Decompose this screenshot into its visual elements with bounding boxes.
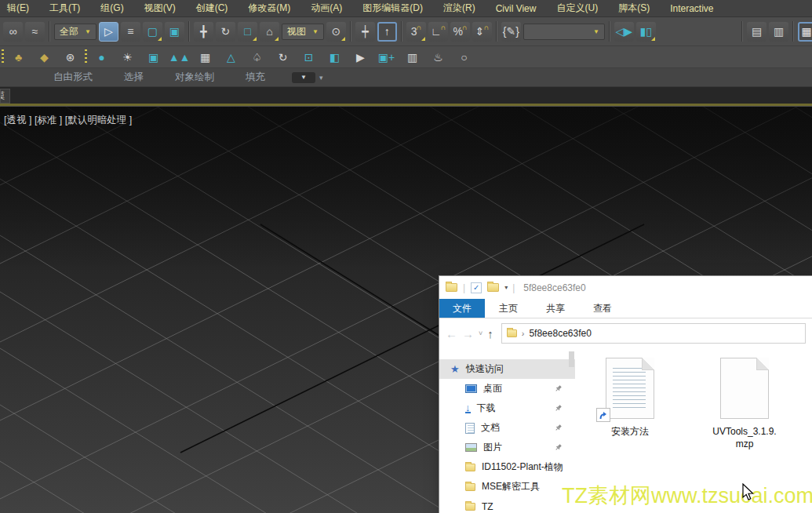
sidebar-item-desktop[interactable]: 桌面 bbox=[439, 379, 575, 398]
sidebar-item-tz[interactable]: TZ bbox=[439, 497, 575, 513]
camera-icon[interactable]: ▣ bbox=[142, 48, 165, 66]
forest-trees-icon[interactable]: ▲▲ bbox=[168, 48, 191, 66]
toolbar-right-group: ▤ ▥ ▦ bbox=[740, 21, 809, 42]
named-selection-field[interactable]: ▼ bbox=[523, 24, 605, 40]
sidebar-item-quick-access[interactable]: ★ 快速访问 bbox=[439, 359, 575, 379]
align-button[interactable]: ▮▯ bbox=[636, 22, 656, 42]
select-and-link-icon[interactable]: ∞ bbox=[3, 22, 23, 42]
menu-create[interactable]: 创建(C) bbox=[186, 2, 239, 15]
up-icon[interactable]: ↑ bbox=[487, 327, 493, 340]
layer-explorer-toggle[interactable]: ▥ bbox=[769, 22, 788, 42]
layers-stack-icon[interactable]: ⊡ bbox=[297, 48, 320, 66]
tab-home[interactable]: 主页 bbox=[485, 299, 532, 318]
refresh-icon[interactable]: ↻ bbox=[271, 48, 294, 66]
address-path[interactable]: 5f8ee8ce63fe0 bbox=[529, 328, 591, 339]
tab-selection[interactable]: 选择 bbox=[108, 71, 159, 84]
sidebar-item-id11502-plant[interactable]: ID11502-Plant-植物 bbox=[439, 457, 575, 477]
select-by-name-button[interactable]: ≡ bbox=[121, 22, 140, 42]
qat-customize-dropdown[interactable]: ▾ bbox=[504, 284, 507, 291]
chevron-down-icon[interactable]: ▾ bbox=[319, 74, 323, 82]
selection-region-button[interactable]: ▢ bbox=[143, 22, 162, 42]
tab-share[interactable]: 共享 bbox=[532, 299, 579, 318]
spinner-snap-button[interactable]: ⇕ ∩ bbox=[472, 22, 492, 42]
angle-snap-button[interactable]: ∟ ∩ bbox=[428, 22, 448, 42]
split-view-icon[interactable]: ◧ bbox=[323, 48, 346, 66]
tab-view[interactable]: 查看 bbox=[579, 299, 626, 318]
menu-scripting[interactable]: 脚本(S) bbox=[608, 2, 660, 15]
light-bulb-icon[interactable]: ● bbox=[90, 48, 113, 66]
select-rotate-button[interactable]: ↻ bbox=[216, 22, 235, 42]
file-explorer-window: | ✓ ▾ | 5f8ee8ce63fe0 文件 主页 共享 查看 ← → ˅ … bbox=[439, 276, 812, 513]
menu-interactive[interactable]: Interactive bbox=[660, 3, 723, 14]
menu-customize[interactable]: 自定义(U) bbox=[546, 2, 608, 15]
toolbar-drag-handle[interactable] bbox=[2, 49, 4, 65]
text-document-icon bbox=[606, 358, 654, 419]
sidebar-item-mse-tool[interactable]: MSE解密工具 bbox=[439, 477, 575, 497]
coord-system-dropdown[interactable]: 视图 ▼ bbox=[282, 24, 324, 40]
scene-explorer-toggle[interactable]: ▤ bbox=[747, 22, 766, 42]
percent-snap-button[interactable]: % ∩ bbox=[450, 22, 470, 42]
video-playback-icon[interactable]: ▶ bbox=[349, 48, 372, 66]
rock-library-icon[interactable]: ◆ bbox=[33, 48, 56, 66]
selection-filter-value: 全部 bbox=[60, 25, 78, 38]
file-item-install-guide[interactable]: 安装方法 bbox=[592, 358, 668, 513]
menu-edit[interactable]: 辑(E) bbox=[0, 2, 39, 15]
plant-outline-icon[interactable]: ♤ bbox=[246, 48, 268, 66]
select-scale-button[interactable]: □ bbox=[238, 22, 257, 42]
select-object-button[interactable]: ▷ bbox=[99, 22, 118, 42]
ribbon-panel-strip: 模 bbox=[0, 87, 812, 104]
explorer-titlebar[interactable]: | ✓ ▾ | 5f8ee8ce63fe0 bbox=[439, 276, 812, 299]
menu-modifiers[interactable]: 修改器(M) bbox=[238, 2, 300, 15]
tab-object-paint[interactable]: 对象绘制 bbox=[159, 71, 230, 84]
forward-icon[interactable]: → bbox=[462, 327, 474, 340]
menu-graph-editors[interactable]: 图形编辑器(D) bbox=[352, 2, 433, 15]
toolbar-drag-handle[interactable] bbox=[85, 49, 87, 65]
mirror-button[interactable]: ◁▶ bbox=[614, 22, 634, 42]
tab-populate[interactable]: 填充 bbox=[230, 71, 281, 84]
list-table-icon[interactable]: ▦ bbox=[194, 48, 217, 66]
snap-toggle-button[interactable]: 3 ∩ bbox=[406, 22, 426, 42]
sidebar-item-documents[interactable]: 文档 bbox=[439, 418, 575, 438]
sun-light-icon[interactable]: ☀ bbox=[116, 48, 139, 66]
menu-rendering[interactable]: 渲染(R) bbox=[433, 2, 486, 15]
ribbon-toggle-button[interactable]: ▦ bbox=[798, 22, 812, 42]
select-manipulate-button[interactable]: ┿ bbox=[355, 22, 375, 42]
menu-tools[interactable]: 工具(T) bbox=[39, 2, 90, 15]
menu-group[interactable]: 组(G) bbox=[90, 2, 133, 15]
edit-named-selections-button[interactable]: {✎} bbox=[501, 22, 521, 42]
selection-filter-dropdown[interactable]: 全部 ▼ bbox=[54, 24, 96, 40]
teapot-icon[interactable]: ♨ bbox=[427, 48, 450, 66]
toolbar-separator bbox=[401, 21, 402, 42]
viewport-label[interactable]: [透视 ] [标准 ] [默认明暗处理 ] bbox=[4, 114, 132, 127]
sidebar-scrollbar[interactable] bbox=[569, 351, 574, 367]
menu-civil-view[interactable]: Civil View bbox=[486, 3, 547, 14]
bulb-outline-icon[interactable]: ○ bbox=[453, 48, 475, 66]
plant-library-icon[interactable]: ♣ bbox=[7, 48, 30, 66]
qat-new-folder-icon[interactable] bbox=[487, 283, 499, 292]
use-pivot-center-button[interactable]: ⊙ bbox=[326, 22, 346, 42]
window-crossing-button[interactable]: ▣ bbox=[165, 22, 184, 42]
file-name: UVTools_3.1.9. mzp bbox=[712, 425, 776, 450]
sidebar-item-pictures[interactable]: 图片 bbox=[439, 438, 575, 457]
menu-views[interactable]: 视图(V) bbox=[134, 2, 186, 15]
select-move-button[interactable]: ╋ bbox=[194, 22, 213, 42]
select-place-button[interactable]: ⌂ bbox=[260, 22, 279, 42]
qat-properties-icon[interactable]: ✓ bbox=[471, 282, 482, 293]
chevron-right-icon[interactable]: › bbox=[522, 329, 525, 338]
keyboard-override-toggle[interactable]: ↑ bbox=[377, 22, 397, 42]
bind-to-spacewarp-icon[interactable]: ≈ bbox=[25, 22, 45, 42]
mouse-cursor bbox=[741, 483, 756, 502]
ribbon-panel-tab-modeling[interactable]: 模 bbox=[0, 89, 10, 104]
scatter-gear-icon[interactable]: ⊛ bbox=[59, 48, 82, 66]
camera-add-icon[interactable]: ▣+ bbox=[375, 48, 398, 66]
address-input[interactable]: › 5f8ee8ce63fe0 bbox=[501, 323, 806, 344]
tree-points-icon[interactable]: △ bbox=[220, 48, 242, 66]
recent-locations-dropdown[interactable]: ˅ bbox=[479, 329, 482, 337]
tab-file[interactable]: 文件 bbox=[439, 299, 485, 318]
ribbon-minimize-dropdown[interactable]: ▼ bbox=[292, 72, 315, 83]
back-icon[interactable]: ← bbox=[446, 327, 457, 340]
tab-freeform[interactable]: 自由形式 bbox=[38, 71, 108, 84]
sidebar-item-downloads[interactable]: ↓ 下载 bbox=[439, 398, 575, 418]
menu-animation[interactable]: 动画(A) bbox=[300, 2, 352, 15]
panel-bars-icon[interactable]: ▥ bbox=[401, 48, 424, 66]
